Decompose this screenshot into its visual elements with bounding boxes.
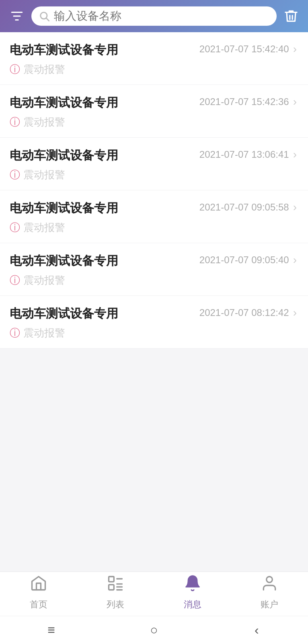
- nav-label-account: 账户: [261, 599, 278, 611]
- nav-label-list: 列表: [107, 599, 124, 611]
- list-item[interactable]: 电动车测试设备专用 2021-07-07 09:05:58 › ⓘ 震动报警: [0, 190, 308, 243]
- home-icon: [30, 574, 47, 596]
- item-time-5: 2021-07-07 08:12:42: [199, 307, 289, 318]
- item-name-1: 电动车测试设备专用: [10, 95, 193, 111]
- alert-icon-5: ⓘ: [10, 326, 20, 340]
- chevron-right-icon: ›: [293, 43, 297, 56]
- item-name-2: 电动车测试设备专用: [10, 147, 193, 164]
- list-item[interactable]: 电动车测试设备专用 2021-07-07 15:42:40 › ⓘ 震动报警: [0, 32, 308, 85]
- search-bar[interactable]: [31, 6, 277, 26]
- filter-icon: [9, 8, 25, 24]
- item-name-0: 电动车测试设备专用: [10, 42, 193, 58]
- search-icon: [39, 10, 50, 22]
- nav-item-home[interactable]: 首页: [14, 574, 63, 611]
- chevron-right-icon: ›: [293, 95, 297, 108]
- list-item[interactable]: 电动车测试设备专用 2021-07-07 09:05:40 › ⓘ 震动报警: [0, 243, 308, 296]
- list-item[interactable]: 电动车测试设备专用 2021-07-07 13:06:41 › ⓘ 震动报警: [0, 138, 308, 190]
- list-item[interactable]: 电动车测试设备专用 2021-07-07 08:12:42 › ⓘ 震动报警: [0, 296, 308, 349]
- alert-text-0: 震动报警: [23, 62, 65, 76]
- sys-back-button[interactable]: ‹: [240, 623, 273, 638]
- filter-button[interactable]: [8, 7, 26, 25]
- item-time-1: 2021-07-07 15:42:36: [199, 96, 289, 107]
- item-time-3: 2021-07-07 09:05:58: [199, 202, 289, 213]
- item-time-4: 2021-07-07 09:05:40: [199, 254, 289, 266]
- sys-home-button[interactable]: ○: [138, 623, 170, 638]
- svg-line-1: [46, 18, 49, 21]
- alert-text-5: 震动报警: [23, 326, 65, 340]
- sys-menu-button[interactable]: ≡: [35, 623, 68, 638]
- user-icon: [261, 574, 278, 596]
- chevron-right-icon: ›: [293, 201, 297, 214]
- nav-item-list[interactable]: 列表: [91, 574, 140, 611]
- bottom-nav: 首页 列表 消息: [0, 572, 308, 616]
- alert-text-4: 震动报警: [23, 273, 65, 287]
- svg-point-8: [267, 576, 273, 582]
- header: [0, 0, 308, 32]
- alert-icon-1: ⓘ: [10, 115, 20, 129]
- list-icon: [107, 574, 124, 596]
- nav-label-messages: 消息: [184, 599, 201, 611]
- chevron-right-icon: ›: [293, 254, 297, 266]
- delete-button[interactable]: [282, 7, 300, 25]
- system-nav: ≡ ○ ‹: [0, 616, 308, 644]
- alert-list: 电动车测试设备专用 2021-07-07 15:42:40 › ⓘ 震动报警 电…: [0, 32, 308, 411]
- search-input[interactable]: [54, 10, 269, 23]
- alert-icon-0: ⓘ: [10, 62, 20, 76]
- alert-text-1: 震动报警: [23, 115, 65, 129]
- chevron-right-icon: ›: [293, 306, 297, 319]
- alert-text-2: 震动报警: [23, 168, 65, 182]
- alert-text-3: 震动报警: [23, 221, 65, 235]
- item-name-5: 电动车测试设备专用: [10, 305, 193, 322]
- bell-icon: [184, 574, 201, 596]
- list-item[interactable]: 电动车测试设备专用 2021-07-07 15:42:36 › ⓘ 震动报警: [0, 85, 308, 138]
- item-name-4: 电动车测试设备专用: [10, 253, 193, 269]
- svg-rect-2: [109, 576, 114, 582]
- trash-icon: [283, 8, 299, 24]
- empty-space: [0, 411, 308, 572]
- nav-label-home: 首页: [30, 599, 47, 611]
- item-time-2: 2021-07-07 13:06:41: [199, 149, 289, 160]
- item-name-3: 电动车测试设备专用: [10, 200, 193, 217]
- alert-icon-3: ⓘ: [10, 221, 20, 235]
- item-time-0: 2021-07-07 15:42:40: [199, 43, 289, 55]
- nav-item-messages[interactable]: 消息: [168, 574, 217, 611]
- alert-icon-2: ⓘ: [10, 168, 20, 182]
- alert-icon-4: ⓘ: [10, 273, 20, 287]
- chevron-right-icon: ›: [293, 148, 297, 161]
- svg-rect-3: [109, 584, 114, 590]
- nav-item-account[interactable]: 账户: [245, 574, 294, 611]
